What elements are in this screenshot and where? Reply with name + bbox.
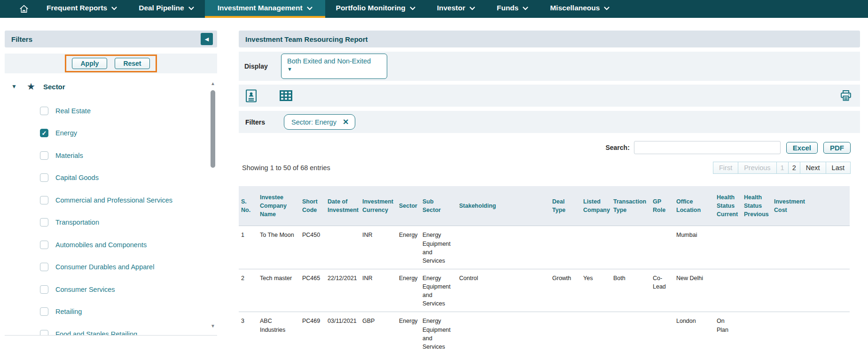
pagination: FirstPrevious12NextLast	[713, 162, 851, 174]
export-excel-button[interactable]: Excel	[786, 142, 818, 154]
chevron-down-icon[interactable]: ▼	[11, 83, 21, 90]
checkbox-retailing[interactable]	[40, 307, 48, 316]
table-cell: 2	[239, 269, 258, 312]
filter-option-label[interactable]: Transportation	[55, 219, 99, 226]
scrollbar-thumb[interactable]	[211, 90, 215, 168]
table-cell: Energy	[397, 312, 420, 352]
nav-item-portfolio-monitoring[interactable]: Portfolio Monitoring	[325, 0, 426, 18]
filter-actions-bar: Apply Reset	[5, 54, 217, 73]
print-button[interactable]	[839, 89, 852, 102]
table-cell-value: PC450	[302, 232, 320, 238]
filter-option-consumer-services: Consumer Services	[5, 278, 217, 301]
sidebar-scrollbar[interactable]: ▲ ▼	[210, 81, 216, 329]
collapse-sidebar-button[interactable]: ◀	[201, 33, 213, 45]
table-cell: Energy Equipment and Services	[420, 269, 457, 312]
nav-item-miscellaneous[interactable]: Miscellaneous	[539, 0, 620, 18]
nav-item-investment-management[interactable]: Investment Management	[205, 0, 325, 18]
profile-report-view-button[interactable]	[245, 89, 257, 103]
search-row: Search: Excel PDF	[239, 141, 860, 154]
display-dropdown[interactable]: Both Exited and Non-Exited ▼	[281, 54, 387, 79]
checkbox-food-and-staples-retailing[interactable]	[40, 330, 48, 336]
nav-item-label: Investor	[437, 4, 465, 12]
table-cell	[650, 312, 674, 352]
results-table: S. No.Investee Company NameShort CodeDat…	[239, 186, 850, 352]
page-button-next[interactable]: Next	[800, 162, 826, 174]
checkbox-transportation[interactable]	[40, 218, 48, 227]
table-cell-value: 03/11/2021	[328, 318, 357, 324]
nav-items: Frequent ReportsDeal PipelineInvestment …	[36, 0, 620, 18]
nav-item-frequent-reports[interactable]: Frequent Reports	[36, 0, 128, 18]
filter-option-label[interactable]: Commercial and Professional Services	[55, 196, 172, 204]
filter-option-label[interactable]: Retailing	[55, 308, 82, 315]
table-cell: Energy	[397, 269, 420, 312]
table-view-button[interactable]	[280, 90, 292, 101]
sector-group-label: Sector	[43, 83, 65, 91]
table-cell	[650, 226, 674, 269]
table-cell: Control	[457, 269, 550, 312]
reset-button[interactable]: Reset	[115, 58, 149, 69]
column-header-label: Transaction Type	[613, 198, 646, 213]
table-cell: INR	[360, 269, 397, 312]
close-icon[interactable]: ✕	[343, 118, 349, 126]
table-cell-value: Energy	[399, 232, 418, 238]
filter-option-label[interactable]: Consumer Services	[55, 286, 115, 293]
table-row: 3ABC IndustriesPC46903/11/2021GBPEnergyE…	[239, 312, 850, 352]
scroll-down-icon[interactable]: ▼	[210, 323, 216, 329]
nav-item-investor[interactable]: Investor	[426, 0, 486, 18]
table-row: 1To The MoonPC450INREnergyEnergy Equipme…	[239, 226, 850, 269]
checkbox-materials[interactable]	[40, 151, 48, 160]
checkbox-consumer-durables-and-apparel[interactable]	[40, 263, 48, 271]
home-button[interactable]	[12, 0, 36, 18]
checkbox-real-estate[interactable]	[40, 107, 48, 115]
checkbox-consumer-services[interactable]	[40, 285, 48, 294]
table-cell: 1	[239, 226, 258, 269]
filter-option-automobiles-and-components: Automobiles and Components	[5, 234, 217, 256]
table-cell-value: PC469	[302, 318, 320, 324]
table-cell	[611, 226, 650, 269]
chevron-down-icon: ▼	[287, 66, 381, 72]
filter-option-label[interactable]: Automobiles and Components	[55, 241, 147, 249]
annotation-highlight-box: Apply Reset	[65, 55, 156, 72]
table-cell: ABC Industries	[258, 312, 300, 352]
filter-option-label[interactable]: Capital Goods	[55, 174, 99, 181]
column-header-gp-role: GP Role	[650, 186, 674, 226]
page-button-last[interactable]: Last	[826, 162, 851, 174]
checkbox-automobiles-and-components[interactable]	[40, 241, 48, 249]
filter-option-label[interactable]: Food and Staples Retailing	[55, 330, 137, 336]
column-header-investment-cost: Investment Cost	[772, 186, 850, 226]
nav-item-deal-pipeline[interactable]: Deal Pipeline	[128, 0, 204, 18]
filter-option-label[interactable]: Energy	[55, 129, 77, 137]
filter-option-label[interactable]: Real Estate	[55, 107, 91, 115]
page-title: Investment Team Resourcing Report	[239, 31, 860, 47]
table-cell-value: 2	[241, 275, 244, 282]
column-header-sub-sector: Sub Sector	[420, 186, 457, 226]
page-button-2[interactable]: 2	[788, 162, 800, 174]
checkbox-commercial-and-professional-services[interactable]	[40, 196, 48, 204]
column-header-health-status-previous: Health Status Previous	[742, 186, 772, 226]
table-cell: Energy Equipment and Services	[420, 226, 457, 269]
filter-option-retailing: Retailing	[5, 301, 217, 323]
table-cell: On Plan	[714, 312, 742, 352]
sector-options: Real Estate✓EnergyMaterialsCapital Goods…	[5, 100, 217, 336]
filter-option-capital-goods: Capital Goods	[5, 167, 217, 189]
export-pdf-button[interactable]: PDF	[823, 142, 851, 154]
active-filters-bar: Filters Sector: Energy ✕	[239, 111, 860, 133]
checkbox-checked-energy[interactable]: ✓	[40, 129, 48, 137]
column-header-transaction-type: Transaction Type	[611, 186, 650, 226]
table-cell-value: Energy Equipment and Services	[422, 232, 451, 264]
table-cell	[714, 269, 742, 312]
table-header-row: S. No.Investee Company NameShort CodeDat…	[239, 186, 850, 226]
table-cell: To The Moon	[258, 226, 300, 269]
table-cell	[550, 226, 581, 269]
apply-button[interactable]: Apply	[72, 58, 107, 69]
filter-option-label[interactable]: Materials	[55, 152, 83, 159]
checkbox-capital-goods[interactable]	[40, 173, 48, 182]
scroll-up-icon[interactable]: ▲	[210, 81, 216, 86]
search-input[interactable]	[634, 141, 781, 154]
table-cell: Growth	[550, 269, 581, 312]
table-cell	[611, 312, 650, 352]
column-header-investment-currency: Investment Currency	[360, 186, 397, 226]
nav-item-label: Investment Management	[218, 4, 303, 12]
filter-option-label[interactable]: Consumer Durables and Apparel	[55, 263, 154, 271]
nav-item-funds[interactable]: Funds	[486, 0, 540, 18]
